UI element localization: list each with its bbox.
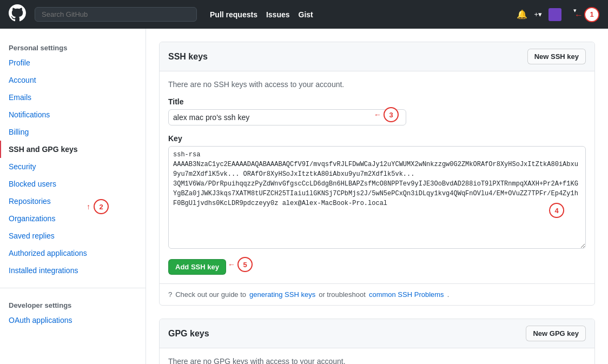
help-circle-icon: ? bbox=[168, 290, 172, 299]
ssh-empty-message: There are no SSH keys with access to you… bbox=[168, 80, 586, 89]
footer-text-3: . bbox=[447, 290, 450, 299]
sidebar-item-organizations[interactable]: Organizations bbox=[0, 210, 146, 227]
sidebar-divider bbox=[0, 288, 146, 288]
generating-ssh-keys-link[interactable]: generating SSH keys bbox=[249, 290, 315, 299]
gpg-keys-section: GPG keys New GPG key There are no GPG ke… bbox=[159, 319, 595, 364]
sidebar-item-oauth-apps[interactable]: OAuth applications bbox=[0, 312, 146, 329]
annotation-4-container: 4 bbox=[549, 203, 564, 218]
header-actions: 🔔 +▾ ▾ 1 ← bbox=[517, 7, 599, 22]
annotation-3-container: ← 3 bbox=[374, 107, 399, 122]
annotation-5-arrow: ← bbox=[228, 260, 235, 269]
search-input[interactable] bbox=[35, 7, 197, 22]
ssh-key-label: Key bbox=[168, 134, 586, 143]
ssh-keys-section: SSH keys New SSH key There are no SSH ke… bbox=[159, 42, 595, 306]
user-avatar[interactable]: ▾ bbox=[548, 8, 561, 21]
annotation-2: 2 bbox=[94, 199, 109, 214]
sidebar-item-emails[interactable]: Emails bbox=[0, 89, 146, 106]
ssh-section-header: SSH keys New SSH key bbox=[160, 42, 594, 71]
github-logo-icon[interactable] bbox=[9, 4, 26, 25]
gist-nav[interactable]: Gist bbox=[299, 10, 313, 19]
sidebar-item-billing[interactable]: Billing bbox=[0, 123, 146, 141]
page-header: Pull requests Issues Gist 🔔 +▾ ▾ 1 ← bbox=[0, 0, 608, 29]
developer-settings-title: Developer settings bbox=[0, 297, 146, 312]
sidebar-item-security[interactable]: Security bbox=[0, 158, 146, 175]
gpg-section-header: GPG keys New GPG key bbox=[160, 319, 594, 348]
sidebar-item-installed-integrations[interactable]: Installed integrations bbox=[0, 262, 146, 279]
main-nav: Pull requests Issues Gist bbox=[210, 10, 313, 19]
ssh-key-textarea[interactable]: ssh-rsa AAAAB3NzaC1yc2EAAAADAQABAAABAQCf… bbox=[168, 146, 586, 249]
sidebar: Personal settings Profile Account Emails… bbox=[0, 29, 146, 364]
annotation-2-arrow: ↑ bbox=[87, 202, 90, 211]
ssh-title-input[interactable] bbox=[168, 109, 406, 125]
annotation-5: 5 bbox=[237, 257, 253, 272]
page-wrapper: Personal settings Profile Account Emails… bbox=[0, 29, 608, 364]
issues-nav[interactable]: Issues bbox=[266, 10, 290, 19]
ssh-title-group: Title ← 3 bbox=[168, 97, 586, 125]
new-gpg-key-button[interactable]: New GPG key bbox=[526, 326, 586, 341]
annotation-3-arrow: ← bbox=[374, 110, 381, 119]
pull-requests-nav[interactable]: Pull requests bbox=[210, 10, 257, 19]
sidebar-item-ssh-gpg[interactable]: SSH and GPG keys bbox=[0, 141, 146, 158]
new-ssh-key-button[interactable]: New SSH key bbox=[527, 49, 586, 64]
sidebar-item-authorized-apps[interactable]: Authorized applications bbox=[0, 244, 146, 262]
gpg-empty-message: There are no GPG keys with access to you… bbox=[168, 357, 586, 364]
sidebar-item-repositories[interactable]: Repositories bbox=[0, 193, 146, 210]
ssh-footer-note: ? Check out our guide to generating SSH … bbox=[160, 283, 594, 305]
ssh-section-title: SSH keys bbox=[168, 52, 208, 62]
new-plus-icon[interactable]: +▾ bbox=[534, 10, 542, 18]
annotation-3: 3 bbox=[384, 107, 399, 122]
annotation-2-container: ↑ 2 bbox=[87, 199, 109, 214]
ssh-key-group: Key ssh-rsa AAAAB3NzaC1yc2EAAAADAQABAAAB… bbox=[168, 134, 586, 250]
annotation-5-container: ← 5 bbox=[228, 257, 253, 272]
annotation-4: 4 bbox=[549, 203, 564, 218]
sidebar-item-profile[interactable]: Profile bbox=[0, 54, 146, 71]
sidebar-item-saved-replies[interactable]: Saved replies bbox=[0, 227, 146, 244]
sidebar-item-blocked-users[interactable]: Blocked users bbox=[0, 175, 146, 193]
personal-settings-title: Personal settings bbox=[0, 39, 146, 54]
add-ssh-key-button[interactable]: Add SSH key bbox=[168, 259, 226, 275]
gpg-section-body: There are no GPG keys with access to you… bbox=[160, 348, 594, 364]
annotation-1-arrow: ← bbox=[574, 10, 583, 20]
main-content: SSH keys New SSH key There are no SSH ke… bbox=[146, 29, 608, 364]
sidebar-item-notifications[interactable]: Notifications bbox=[0, 106, 146, 123]
gpg-section-title: GPG keys bbox=[168, 329, 209, 339]
annotation-1: 1 bbox=[584, 7, 599, 22]
footer-text-1: Check out our guide to bbox=[175, 290, 246, 299]
notification-icon[interactable]: 🔔 bbox=[517, 9, 527, 19]
ssh-section-body: There are no SSH keys with access to you… bbox=[160, 71, 594, 283]
sidebar-item-account[interactable]: Account bbox=[0, 71, 146, 89]
add-ssh-button-wrapper: Add SSH key ← 5 bbox=[168, 259, 226, 275]
ssh-title-label: Title bbox=[168, 97, 586, 106]
footer-text-2: or troubleshoot bbox=[319, 290, 366, 299]
common-ssh-problems-link[interactable]: common SSH Problems bbox=[369, 290, 444, 299]
